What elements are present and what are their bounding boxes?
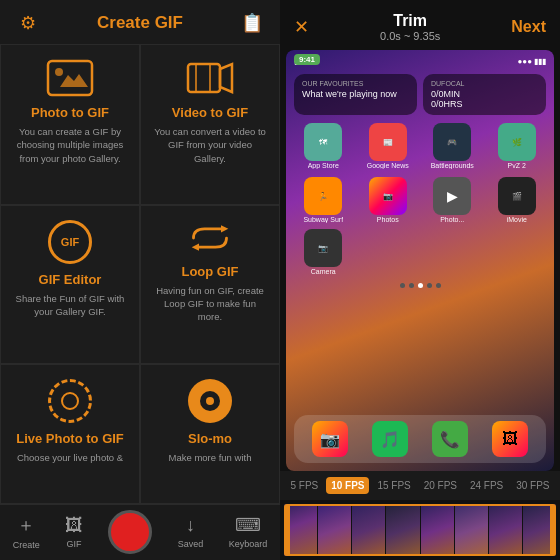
live-photo-cell[interactable]: Live Photo to GIF Choose your live photo… bbox=[0, 364, 140, 504]
photo-to-gif-desc: You can create a GIF by choosing multipl… bbox=[13, 125, 127, 165]
widget-text: What we're playing now bbox=[302, 89, 409, 99]
nav-create[interactable]: ＋ Create bbox=[13, 513, 40, 550]
app-col-photos: 📷 Photos bbox=[359, 177, 418, 223]
frame-3 bbox=[352, 504, 385, 556]
nav-saved-label: Saved bbox=[178, 539, 204, 549]
app-col-maps: 🗺 App Store bbox=[294, 123, 353, 169]
app-label-battle: Battlegrounds bbox=[431, 162, 474, 169]
record-button[interactable] bbox=[108, 510, 152, 554]
fitness-content: 0/0MIN0/0HRS bbox=[431, 89, 538, 109]
slo-mo-desc: Make more fun with bbox=[169, 451, 252, 464]
next-button[interactable]: Next bbox=[511, 18, 546, 36]
loop-gif-title: Loop GIF bbox=[181, 264, 238, 279]
app-label-appstore: App Store bbox=[308, 162, 339, 169]
slo-mo-title: Slo-mo bbox=[188, 431, 232, 446]
left-panel: ⚙ Create GIF 📋 Photo to GIF You can crea… bbox=[0, 0, 280, 560]
share-icon[interactable]: 📋 bbox=[240, 12, 264, 34]
keyboard-icon: ⌨ bbox=[235, 514, 261, 536]
left-header: ⚙ Create GIF 📋 bbox=[0, 0, 280, 44]
fps-15[interactable]: 15 FPS bbox=[372, 477, 415, 494]
dock-phone[interactable]: 📞 bbox=[432, 421, 468, 457]
app-label-news: Google News bbox=[367, 162, 409, 169]
nav-saved[interactable]: ↓ Saved bbox=[178, 515, 204, 549]
app-icon-imovie[interactable]: 🎬 bbox=[498, 177, 536, 215]
fitness-title: DUFOCAL bbox=[431, 80, 538, 87]
app-icon-news[interactable]: 📰 bbox=[369, 123, 407, 161]
fps-10[interactable]: 10 FPS bbox=[326, 477, 369, 494]
app-col-camera: 📷 Camera bbox=[294, 229, 353, 275]
nav-create-label: Create bbox=[13, 540, 40, 550]
timeline-handle-left[interactable] bbox=[284, 504, 290, 556]
fps-30[interactable]: 30 FPS bbox=[511, 477, 554, 494]
app-label-camera: Camera bbox=[311, 268, 336, 275]
app-icon-photos[interactable]: 📷 bbox=[369, 177, 407, 215]
dot-2 bbox=[409, 283, 414, 288]
app-col-pvz: 🌿 PvZ 2 bbox=[488, 123, 547, 169]
right-panel: ✕ Trim 0.0s ~ 9.35s Next 9:41 9:41 ●●● ▮… bbox=[280, 0, 560, 560]
timeline-strip[interactable] bbox=[280, 500, 560, 560]
dock-photos2[interactable]: 🖼 bbox=[492, 421, 528, 457]
app-grid-row1: 🗺 App Store 📰 Google News 🎮 Battleground… bbox=[286, 119, 554, 173]
close-button[interactable]: ✕ bbox=[294, 16, 309, 38]
app-icon-camera[interactable]: 📷 bbox=[304, 229, 342, 267]
photo-to-gif-cell[interactable]: Photo to GIF You can create a GIF by cho… bbox=[0, 44, 140, 205]
gif-editor-icon: GIF bbox=[48, 220, 92, 264]
status-bar: 9:41 ●●● ▮▮▮ bbox=[286, 50, 554, 70]
dot-1 bbox=[400, 283, 405, 288]
fps-bar: 5 FPS 10 FPS 15 FPS 20 FPS 24 FPS 30 FPS bbox=[280, 471, 560, 500]
app-col-imovie: 🎬 iMovie bbox=[488, 177, 547, 223]
dock-spotify[interactable]: 🎵 bbox=[372, 421, 408, 457]
gif-editor-cell[interactable]: GIF GIF Editor Share the Fun of GIF with… bbox=[0, 205, 140, 364]
widget-fitness: DUFOCAL 0/0MIN0/0HRS bbox=[423, 74, 546, 115]
nav-gif[interactable]: 🖼 GIF bbox=[65, 515, 83, 549]
video-to-gif-icon bbox=[186, 59, 234, 97]
dot-4 bbox=[427, 283, 432, 288]
frame-2 bbox=[318, 504, 351, 556]
nav-keyboard[interactable]: ⌨ Keyboard bbox=[229, 514, 268, 549]
status-badge: 9:41 bbox=[294, 54, 320, 65]
live-photo-desc: Choose your live photo & bbox=[17, 451, 123, 464]
fps-5[interactable]: 5 FPS bbox=[285, 477, 323, 494]
video-to-gif-cell[interactable]: Video to GIF You can convert a video to … bbox=[140, 44, 280, 205]
dock-photos[interactable]: 📷 bbox=[312, 421, 348, 457]
phone-dock: 📷 🎵 📞 🖼 bbox=[294, 415, 546, 463]
live-photo-icon bbox=[48, 379, 92, 423]
nav-keyboard-label: Keyboard bbox=[229, 539, 268, 549]
fps-24[interactable]: 24 FPS bbox=[465, 477, 508, 494]
svg-point-2 bbox=[55, 68, 63, 76]
app-col-battle: 🎮 Battlegrounds bbox=[423, 123, 482, 169]
page-title: Create GIF bbox=[40, 13, 240, 33]
widget-row: OUR FAVOURITES What we're playing now DU… bbox=[286, 70, 554, 119]
widget-title: OUR FAVOURITES bbox=[302, 80, 409, 87]
video-to-gif-title: Video to GIF bbox=[172, 105, 248, 120]
create-icon: ＋ bbox=[17, 513, 35, 537]
bottom-nav: ＋ Create 🖼 GIF ↓ Saved ⌨ Keyboard bbox=[0, 504, 280, 560]
trim-range: 0.0s ~ 9.35s bbox=[380, 30, 440, 42]
video-to-gif-desc: You can convert a video to GIF from your… bbox=[153, 125, 267, 165]
frame-7 bbox=[489, 504, 522, 556]
app-icon-maps[interactable]: 🗺 bbox=[304, 123, 342, 161]
gif-editor-desc: Share the Fun of GIF with your Gallery G… bbox=[13, 292, 127, 319]
svg-marker-8 bbox=[192, 243, 199, 250]
widget-favourites: OUR FAVOURITES What we're playing now bbox=[294, 74, 417, 115]
nav-gif-label: GIF bbox=[67, 539, 82, 549]
slo-mo-cell[interactable]: Slo-mo Make more fun with bbox=[140, 364, 280, 504]
photo-to-gif-title: Photo to GIF bbox=[31, 105, 109, 120]
fps-20[interactable]: 20 FPS bbox=[419, 477, 462, 494]
svg-marker-4 bbox=[220, 64, 232, 92]
frame-6 bbox=[455, 504, 488, 556]
trim-title: Trim bbox=[393, 12, 427, 30]
app-icon-battle[interactable]: 🎮 bbox=[433, 123, 471, 161]
settings-icon[interactable]: ⚙ bbox=[16, 12, 40, 34]
app-label-photos: Photos bbox=[377, 216, 399, 223]
app-icon-photo2[interactable]: ▶ bbox=[433, 177, 471, 215]
app-icon-subway[interactable]: 🏃 bbox=[304, 177, 342, 215]
app-label-subway: Subway Surf bbox=[303, 216, 343, 223]
loop-gif-cell[interactable]: Loop GIF Having fun on GIF, create Loop … bbox=[140, 205, 280, 364]
timeline-handle-right[interactable] bbox=[550, 504, 556, 556]
app-icon-pvz[interactable]: 🌿 bbox=[498, 123, 536, 161]
right-header: ✕ Trim 0.0s ~ 9.35s Next bbox=[280, 0, 560, 50]
svg-marker-1 bbox=[60, 74, 88, 87]
page-dots bbox=[286, 279, 554, 292]
frame-5 bbox=[421, 504, 454, 556]
